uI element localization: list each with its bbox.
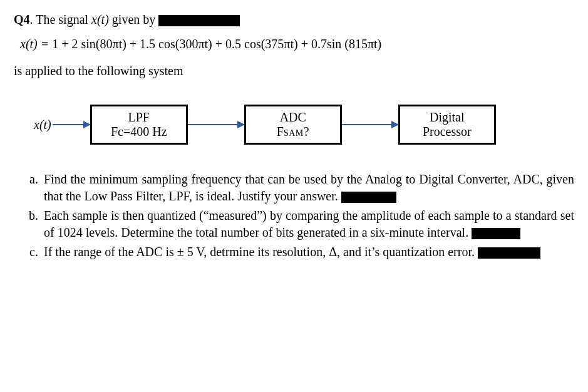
redaction-bar (478, 247, 540, 259)
adc-title: ADC (259, 110, 328, 125)
question-header: Q4. The signal x(t) given by (14, 11, 574, 28)
dp-line1: Digital (413, 110, 482, 125)
fsam-f: F (277, 125, 284, 138)
lpf-cutoff: Fc=400 Hz (105, 125, 173, 139)
adc-fsam: FSAM? (259, 125, 328, 139)
lpf-title: LPF (105, 110, 173, 125)
eq-rhs: 1 + 2 sin(80πt) + 1.5 cos(300πt) + 0.5 c… (52, 37, 381, 51)
header-text-2: given by (109, 13, 158, 26)
redaction-bar (158, 15, 240, 26)
signal-xt: x(t) (91, 13, 109, 26)
adc-block: ADC FSAM? (244, 105, 342, 145)
part-c: If the range of the ADC is ± 5 V, detrmi… (41, 244, 574, 260)
block-diagram: x(t) LPF Fc=400 Hz ADC FSAM? Digital Pro… (34, 105, 574, 145)
equation-line: x(t) = 1 + 2 sin(80πt) + 1.5 cos(300πt) … (20, 36, 574, 53)
fsam-q: ? (304, 125, 309, 138)
arrow-icon (188, 124, 244, 125)
header-text-1: . The signal (30, 13, 92, 26)
part-b: Each sample is then quantized (“measured… (41, 207, 574, 241)
dp-line2: Processor (413, 125, 482, 139)
part-c-text: If the range of the ADC is ± 5 V, detrmi… (44, 245, 475, 259)
question-number: Q4 (14, 13, 30, 26)
input-signal-label: x(t) (34, 116, 51, 133)
part-a: Find the minimum sampling frequency that… (41, 171, 574, 205)
arrow-icon (53, 124, 90, 125)
dp-block: Digital Processor (398, 105, 496, 145)
fsam-sub: SAM (284, 128, 304, 138)
redaction-bar (472, 228, 520, 239)
lpf-block: LPF Fc=400 Hz (90, 105, 188, 145)
applied-text: is applied to the following system (14, 63, 574, 80)
subparts-list: Find the minimum sampling frequency that… (14, 171, 574, 260)
arrow-icon (342, 124, 398, 125)
part-a-text: Find the minimum sampling frequency that… (44, 172, 574, 203)
eq-lhs: x(t) = (20, 37, 52, 51)
redaction-bar (341, 192, 396, 203)
